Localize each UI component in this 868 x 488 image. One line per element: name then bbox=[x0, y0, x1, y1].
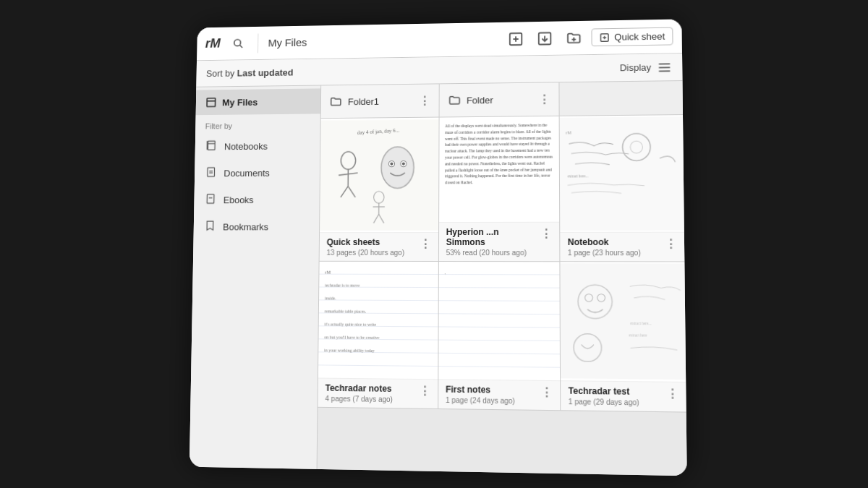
import-button[interactable] bbox=[533, 26, 556, 49]
notebook-footer: Notebook 1 page (23 hours ago) ⋮ bbox=[561, 232, 685, 261]
notebooks-label: Notebooks bbox=[224, 140, 268, 151]
quick-sheets-title: Quick sheets bbox=[327, 237, 405, 247]
sort-label: Sort by Last updated bbox=[206, 62, 620, 79]
folder2-menu[interactable]: ⋮ bbox=[539, 92, 550, 106]
folders-row: Folder1 ⋮ Folder ⋮ bbox=[321, 81, 683, 119]
folder-folder2[interactable]: Folder ⋮ bbox=[439, 82, 560, 116]
notebook-sketch: rM extract here... bbox=[560, 115, 684, 232]
bookmarks-icon bbox=[203, 220, 216, 233]
sidebar-my-files-label: My Files bbox=[222, 96, 258, 107]
documents-icon bbox=[204, 166, 217, 179]
doc-notebook[interactable]: rM extract here... bbox=[560, 115, 684, 262]
documents-label: Documents bbox=[224, 167, 270, 178]
filter-by-label: Filter by bbox=[195, 114, 320, 133]
first-notes-menu[interactable]: ⋮ bbox=[541, 385, 553, 399]
techradar-test-meta: 1 page (29 days ago) bbox=[569, 397, 639, 406]
sidebar-item-bookmarks[interactable]: Bookmarks bbox=[194, 213, 320, 240]
quick-sheets-preview: day 4 of jan, day 6... bbox=[320, 117, 438, 233]
main-content: My Files Filter by Notebooks bbox=[190, 81, 687, 476]
svg-rect-15 bbox=[207, 98, 216, 106]
notebook-info: Notebook 1 page (23 hours ago) bbox=[568, 237, 641, 257]
first-notes-meta: 1 page (24 days ago) bbox=[446, 395, 515, 404]
hyperion-text-preview: All of the displays went dead simultaneo… bbox=[439, 116, 560, 221]
my-files-icon bbox=[205, 96, 217, 108]
doc-first-notes[interactable]: , First notes 1 page (24 days ago) ⋮ bbox=[438, 262, 561, 409]
svg-point-0 bbox=[234, 39, 241, 46]
svg-rect-42 bbox=[560, 116, 684, 231]
svg-line-1 bbox=[239, 44, 242, 47]
techradar-test-info: Techradar test 1 page (29 days ago) bbox=[569, 385, 639, 406]
techradar-notes-menu[interactable]: ⋮ bbox=[419, 383, 430, 397]
first-notes-footer: First notes 1 page (24 days ago) ⋮ bbox=[438, 379, 561, 409]
sidebar-item-my-files[interactable]: My Files bbox=[196, 88, 321, 115]
techradar-test-footer: Techradar test 1 page (29 days ago) ⋮ bbox=[561, 380, 686, 411]
sidebar-item-ebooks[interactable]: Ebooks bbox=[194, 186, 320, 213]
folder2-icon bbox=[448, 93, 461, 106]
doc-row-1: day 4 of jan, day 6... bbox=[320, 115, 685, 262]
techradar-handwriting: rM techradar is to move inside. remarkab… bbox=[318, 262, 438, 362]
notebook-menu[interactable]: ⋮ bbox=[665, 237, 677, 251]
techradar-test-menu[interactable]: ⋮ bbox=[666, 386, 678, 401]
quick-sheets-info: Quick sheets 13 pages (20 hours ago) bbox=[326, 237, 404, 257]
logo: rM bbox=[205, 36, 221, 51]
hyperion-title: Hyperion ...n Simmons bbox=[446, 227, 541, 247]
notebook-title: Notebook bbox=[568, 237, 641, 247]
folder2-name: Folder bbox=[467, 94, 493, 105]
quick-sheets-menu[interactable]: ⋮ bbox=[420, 237, 431, 251]
sort-value[interactable]: Last updated bbox=[237, 67, 294, 78]
folder-empty bbox=[560, 81, 683, 116]
folder1-icon bbox=[330, 95, 343, 108]
svg-text:extract here...: extract here... bbox=[630, 321, 651, 325]
notebooks-icon bbox=[205, 140, 218, 153]
doc-techradar-test[interactable]: extract here... extract here Techradar t… bbox=[561, 262, 686, 411]
quick-sheet-button[interactable]: Quick sheet bbox=[592, 27, 673, 46]
nav-icons: Quick sheet bbox=[504, 25, 673, 50]
hyperion-info: Hyperion ...n Simmons 53% read (20 hours… bbox=[446, 227, 541, 257]
svg-rect-47 bbox=[561, 263, 686, 380]
doc-hyperion[interactable]: All of the displays went dead simultaneo… bbox=[439, 116, 561, 261]
folder2-info: Folder bbox=[448, 93, 493, 106]
techradar-test-sketch: extract here... extract here bbox=[561, 262, 686, 381]
svg-text:extract here...: extract here... bbox=[568, 174, 589, 178]
svg-rect-20 bbox=[207, 167, 214, 176]
search-button[interactable] bbox=[229, 33, 248, 53]
device-frame: rM My Files bbox=[190, 19, 687, 476]
new-notebook-button[interactable] bbox=[504, 27, 527, 50]
techradar-notes-title: Techradar notes bbox=[326, 382, 393, 393]
quick-sheets-meta: 13 pages (20 hours ago) bbox=[326, 249, 404, 257]
techradar-test-title: Techradar test bbox=[569, 385, 639, 396]
quick-sheet-label: Quick sheet bbox=[614, 30, 665, 42]
folder1-info: Folder1 bbox=[330, 95, 380, 108]
ebooks-label: Ebooks bbox=[224, 194, 254, 205]
techradar-lined-preview: rM techradar is to move inside. remarkab… bbox=[318, 262, 438, 369]
hyperion-footer: Hyperion ...n Simmons 53% read (20 hours… bbox=[439, 223, 560, 261]
notebook-meta: 1 page (23 hours ago) bbox=[568, 249, 641, 257]
sort-by-prefix: Sort by bbox=[206, 68, 235, 79]
first-notes-lined-preview: , bbox=[438, 262, 560, 371]
notebook-preview: rM extract here... bbox=[560, 115, 684, 233]
quick-sheets-sketch: day 4 of jan, day 6... bbox=[320, 117, 438, 232]
hyperion-menu[interactable]: ⋮ bbox=[540, 227, 552, 241]
hyperion-meta: 53% read (20 hours ago) bbox=[446, 249, 541, 257]
folder-folder1[interactable]: Folder1 ⋮ bbox=[321, 84, 440, 118]
doc-row-2: rM techradar is to move inside. remarkab… bbox=[318, 262, 686, 412]
techradar-notes-meta: 4 pages (7 days ago) bbox=[325, 394, 393, 403]
first-notes-handwriting: , bbox=[438, 262, 559, 284]
svg-point-32 bbox=[381, 146, 414, 187]
sidebar: My Files Filter by Notebooks bbox=[190, 85, 321, 468]
new-folder-button[interactable] bbox=[563, 26, 586, 49]
first-notes-preview: , bbox=[438, 262, 560, 380]
folder1-menu[interactable]: ⋮ bbox=[419, 93, 430, 107]
sidebar-item-notebooks[interactable]: Notebooks bbox=[195, 132, 320, 159]
techradar-notes-footer: Techradar notes 4 pages (7 days ago) ⋮ bbox=[318, 378, 438, 408]
svg-rect-17 bbox=[208, 140, 215, 149]
list-view-button[interactable] bbox=[657, 59, 672, 74]
first-notes-info: First notes 1 page (24 days ago) bbox=[446, 384, 515, 405]
doc-techradar-notes[interactable]: rM techradar is to move inside. remarkab… bbox=[318, 262, 438, 408]
first-notes-title: First notes bbox=[446, 384, 515, 395]
display-label: Display bbox=[620, 61, 652, 73]
techradar-notes-preview: rM techradar is to move inside. remarkab… bbox=[318, 262, 438, 380]
file-grid: Folder1 ⋮ Folder ⋮ bbox=[318, 81, 687, 476]
doc-quick-sheets[interactable]: day 4 of jan, day 6... bbox=[320, 117, 440, 261]
sidebar-item-documents[interactable]: Documents bbox=[195, 158, 320, 186]
